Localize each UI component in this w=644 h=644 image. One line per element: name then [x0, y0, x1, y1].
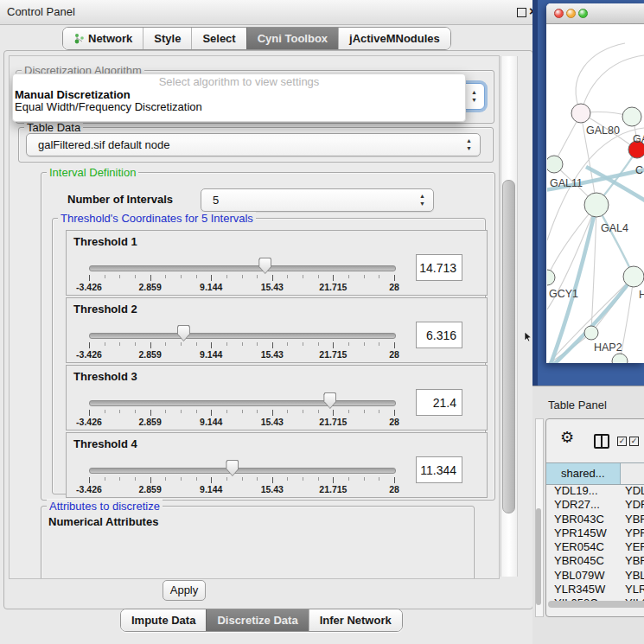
tab-label: Select — [202, 32, 235, 45]
slider-tick — [150, 477, 151, 483]
slider-tick — [333, 477, 334, 483]
slider-tick — [364, 342, 365, 346]
slider-tick — [165, 477, 166, 481]
panel-scrollbar-thumb[interactable] — [502, 180, 515, 513]
threshold-value-field[interactable]: 21.4 — [416, 389, 462, 416]
slider-tick — [211, 275, 212, 281]
table-row[interactable]: YDR27...YDR2 — [546, 498, 644, 512]
bottom-tab-bar: Impute DataDiscretize DataInfer Network — [120, 609, 403, 632]
interval-definition-group: Interval Definition Number of Intervals … — [41, 172, 495, 501]
network-node[interactable] — [547, 156, 563, 173]
gear-icon[interactable]: ⚙ — [560, 430, 574, 445]
slider-thumb[interactable] — [226, 460, 239, 476]
tab-jactivemnodules[interactable]: jActiveMNodules — [338, 28, 450, 49]
table-data-combo-value: galFiltered.sif default node — [38, 138, 169, 151]
table-row[interactable]: YBR043CYBR0 — [546, 513, 644, 526]
cell-shared-name: YER054C — [546, 540, 620, 554]
dropdown-item[interactable]: Manual Discretization — [13, 89, 465, 102]
zoom-traffic-light[interactable] — [578, 9, 588, 18]
slider-track[interactable] — [89, 400, 396, 406]
slider-tick — [105, 477, 105, 481]
table-row[interactable]: YDL19...YDL1 — [546, 484, 644, 498]
slider-tick-label: 9.144 — [200, 484, 222, 494]
numerical-attributes-label: Numerical Attributes — [48, 515, 158, 528]
tab-discretize-data[interactable]: Discretize Data — [206, 609, 308, 631]
tab-label: Impute Data — [131, 614, 195, 627]
tab-infer-network[interactable]: Infer Network — [309, 609, 402, 631]
slider-tick-label: 15.43 — [261, 484, 284, 494]
slider-tick — [89, 410, 90, 416]
table-row[interactable]: YBR045CYBR0 — [546, 554, 644, 568]
slider-tick — [242, 275, 243, 278]
threshold-value-field[interactable]: 14.713 — [416, 254, 462, 281]
network-node[interactable] — [612, 354, 628, 363]
slider-tick — [257, 275, 258, 278]
network-node[interactable] — [623, 266, 644, 287]
table-panel-vertical-scrollbar-thumb[interactable] — [536, 508, 541, 605]
tab-cyni-toolbox[interactable]: Cyni Toolbox — [246, 28, 338, 49]
tab-style[interactable]: Style — [143, 28, 191, 49]
slider-tick-label: 15.43 — [261, 417, 284, 427]
minimize-traffic-light[interactable] — [566, 9, 576, 18]
column-header-shared[interactable]: shared... — [546, 463, 621, 484]
group-title: Attributes to discretize — [47, 500, 163, 513]
threshold-value-field[interactable]: 11.344 — [416, 456, 462, 483]
slider-tick-label: 28 — [389, 417, 399, 427]
threshold-panel: Threshold 4-3.4262.8599.14415.4321.71528… — [66, 432, 488, 498]
cell-shared-name: YDR27... — [546, 498, 620, 512]
slider-tick — [196, 410, 197, 413]
slider-track[interactable] — [89, 333, 396, 339]
network-canvas[interactable]: GAL80GACGAL11GAL4GCY1HHAP2 — [547, 24, 644, 363]
dropdown-item[interactable]: Equal Width/Frequency Discretization — [13, 101, 465, 114]
table-row[interactable]: YPR145WYPR1 — [546, 526, 644, 540]
cell-name: YDR2 — [620, 498, 644, 512]
table-row[interactable]: YBL079WYBL0 — [546, 569, 644, 583]
dropdown-placeholder: Select algorithm to view settings — [13, 76, 465, 89]
slider-track[interactable] — [89, 265, 396, 271]
network-window-titlebar[interactable] — [546, 3, 644, 24]
table-horizontal-scrollbar-thumb[interactable] — [548, 601, 644, 608]
tab-network[interactable]: Network — [63, 28, 143, 49]
slider-tick — [89, 342, 90, 348]
slider-tick — [196, 477, 197, 481]
network-node[interactable] — [622, 107, 641, 126]
threshold-panel: Threshold 3-3.4262.8599.14415.4321.71528… — [66, 365, 488, 430]
checkbox-icon[interactable]: ✓ — [617, 437, 627, 446]
slider-tick — [333, 275, 334, 281]
cell-shared-name: YPR145W — [546, 526, 620, 540]
tab-impute-data[interactable]: Impute Data — [121, 609, 206, 631]
table-data-combo[interactable]: galFiltered.sif default node ▲▼ — [26, 133, 481, 156]
slider-tick — [181, 410, 182, 413]
slider-tick — [242, 410, 243, 413]
network-node[interactable] — [584, 193, 609, 217]
slider-tick — [119, 275, 120, 278]
network-node[interactable] — [584, 326, 598, 340]
slider-thumb[interactable] — [177, 325, 190, 341]
network-node[interactable] — [547, 270, 555, 285]
slider-tick — [89, 275, 90, 281]
network-node[interactable] — [571, 104, 590, 123]
slider-tick — [364, 275, 365, 278]
slider-thumb[interactable] — [323, 392, 336, 409]
control-panel-titlebar: Control Panel × — [0, 0, 536, 25]
slider-track[interactable] — [89, 468, 396, 474]
slider-tick — [226, 275, 227, 278]
split-columns-icon[interactable] — [594, 434, 609, 449]
threshold-value-field[interactable]: 6.316 — [416, 322, 462, 348]
checkbox-icon[interactable]: ✓ — [629, 437, 639, 446]
table-row[interactable]: YER054CYER0 — [546, 540, 644, 554]
tab-select[interactable]: Select — [191, 28, 245, 49]
close-traffic-light[interactable] — [554, 9, 564, 18]
column-header-name[interactable]: n — [621, 463, 644, 484]
float-window-icon[interactable] — [517, 8, 526, 17]
cell-name: YPR1 — [620, 526, 644, 540]
slider-thumb[interactable] — [258, 258, 271, 274]
apply-button[interactable]: Apply — [163, 580, 206, 601]
slider-tick — [348, 477, 349, 481]
network-edge — [576, 43, 625, 113]
slider-tick — [119, 410, 120, 413]
cell-shared-name: YDL19... — [546, 484, 620, 498]
slider-tick — [272, 477, 273, 483]
table-row[interactable]: YLR345WYLR3 — [546, 583, 644, 596]
slider-tick-label: -3.426 — [76, 282, 102, 292]
